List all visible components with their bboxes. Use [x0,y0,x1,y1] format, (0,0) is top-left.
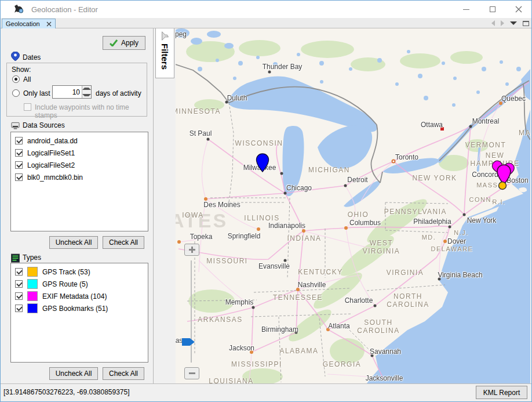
map-state-label: N.J. [454,229,469,236]
type-row[interactable]: EXIF Metadata (104) [11,290,148,302]
map-city-label: Columbus [349,219,381,227]
plus-icon [189,249,195,251]
map-state-label: IOWA [182,211,204,219]
map-city-label: Detroit [347,176,367,184]
map-state-label: ILLINOIS [244,214,279,222]
minimize-button[interactable] [453,1,479,18]
map-view[interactable]: ATES MINNESOTA WISCONSIN MICHIGAN IOWA I… [176,28,530,383]
apply-button[interactable]: Apply [103,36,145,50]
scroll-left-icon[interactable] [491,20,495,26]
data-source-checkbox[interactable] [15,173,23,181]
type-row[interactable]: GPS Track (53) [11,266,148,278]
days-value[interactable]: 10 [53,86,82,98]
city-dot [469,125,472,128]
spinner-down-button[interactable] [82,92,91,99]
map-city-label: Des Moines [203,201,240,209]
spinner-buttons [82,86,91,98]
data-source-label: LogicalFileSet1 [27,149,75,157]
status-bar: [31.914867503276223, -69.0380859375] KML… [1,383,531,402]
type-checkbox[interactable] [15,268,23,276]
scroll-right-icon[interactable] [501,20,504,26]
city-dot [449,226,451,229]
map-state-label: MD. [422,234,436,241]
data-source-row[interactable]: blk0_mmcblk0.bin [11,171,148,183]
close-icon [515,6,522,13]
gps-bookmark-pin[interactable] [256,153,269,172]
show-label: Show: [12,66,31,74]
zoom-out-button[interactable] [184,367,199,379]
radio-all-label[interactable]: All [23,75,31,84]
map-city-label: Quebec [501,95,526,103]
map-state-label: MICHIGAN [308,166,350,174]
data-source-row[interactable]: LogicalFileSet1 [11,147,148,159]
spinner-up-button[interactable] [82,86,91,92]
close-button[interactable] [505,1,531,18]
zoom-in-button[interactable] [184,244,199,256]
type-checkbox[interactable] [15,292,23,300]
zoom-slider-track[interactable] [191,260,192,363]
window-title: Geolocation - Editor [31,5,98,14]
tab-geolocation[interactable]: Geolocation [2,19,56,28]
dates-section-title: Dates [23,53,41,61]
map-state-label: MINNESOTA [176,107,221,115]
kml-report-button[interactable]: KML Report [476,386,527,399]
data-source-checkbox[interactable] [15,137,23,144]
days-spinner[interactable]: 10 [52,85,92,99]
types-section-title: Types [23,253,41,262]
types-uncheck-all-button[interactable]: Uncheck All [49,367,98,380]
type-label: GPS Bookmarks (51) [42,305,108,313]
map-city-label: New York [467,216,497,224]
types-check-all-button[interactable]: Check All [103,367,144,380]
include-waypoints-label: Include waypoints with no time stamps [35,103,147,119]
type-label: GPS Route (5) [42,280,88,288]
map-city-label: Birmingham [261,325,298,334]
map-state-label: WISCONSIN [235,139,283,147]
map-city-label: Duluth [227,94,247,102]
autopsy-logo-icon [13,4,24,15]
cursor-coordinates: [31.914867503276223, -69.0380859375] [3,388,130,396]
tab-strip: Geolocation [1,18,531,28]
type-row[interactable]: GPS Bookmarks (51) [11,302,148,314]
type-checkbox[interactable] [15,280,23,288]
map-state-label: PENNSYLVANIA [384,208,447,216]
radio-only-last-label[interactable]: Only last [23,89,50,97]
title-bar[interactable]: Geolocation - Editor [1,1,531,18]
data-source-row[interactable]: android_data.dd [11,135,148,147]
type-row[interactable]: GPS Route (5) [11,278,148,290]
tab-close-icon[interactable] [46,21,52,27]
map-state-label: CONN. [469,196,494,203]
include-waypoints-checkbox[interactable] [24,103,31,111]
map-city-label: Jacksonville [366,374,403,382]
type-checkbox[interactable] [15,305,23,312]
data-source-checkbox[interactable] [15,149,23,157]
data-source-row[interactable]: LogicalFileSet2 [11,159,148,171]
type-color-swatch [27,291,38,301]
radio-only-last[interactable] [12,89,20,97]
map-city-label: peg [176,30,187,38]
map-pin-icon [11,52,20,61]
maximize-button[interactable] [479,1,505,18]
map-city-label: Evansville [258,262,290,270]
apply-label: Apply [121,39,139,47]
gps-track-point[interactable] [498,181,507,190]
maximize-view-icon[interactable] [523,21,529,26]
map-city-label: as [176,336,183,345]
dates-groupbox: Show: All Only last 10 days of activity … [6,63,147,117]
tabstrip-controls [491,20,529,26]
tab-list-dropdown-icon[interactable] [510,21,517,25]
minus-icon [189,372,195,374]
map-city-label: Montreal [472,117,500,125]
map-state-label: MISSISSIPPI [231,360,282,368]
map-city-label: Virginia Beach [438,271,482,279]
filters-collapse-strip: Filters [154,28,176,383]
datasources-uncheck-all-button[interactable]: Uncheck All [49,236,98,249]
map-city-label: Toronto [395,153,418,161]
map-state-label: GEORGIA [323,360,362,368]
radio-all[interactable] [12,75,20,83]
map-state-label: WEST VIRGINIA [363,239,400,255]
map-city-label: Indianapolis [268,222,305,230]
filters-tab[interactable]: Filters [155,28,174,78]
data-source-checkbox[interactable] [15,161,23,169]
datasources-check-all-button[interactable]: Check All [103,236,144,249]
data-source-label: blk0_mmcblk0.bin [27,173,83,182]
